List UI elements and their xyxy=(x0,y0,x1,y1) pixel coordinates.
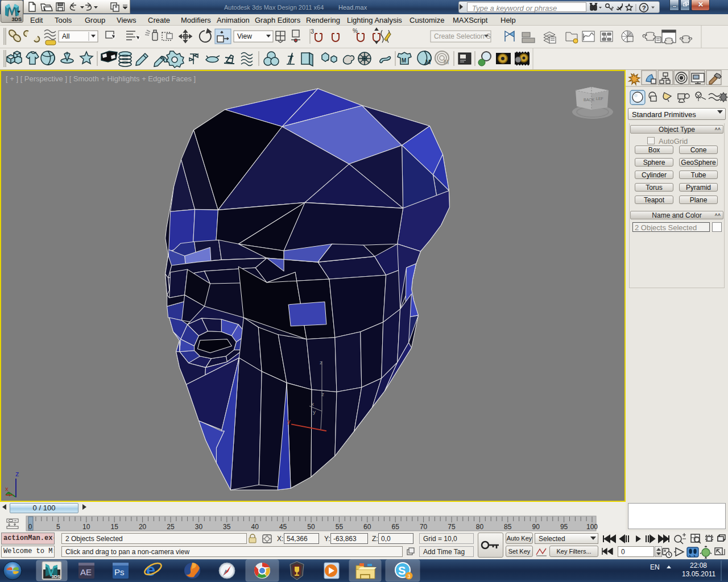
svg-text:40: 40 xyxy=(251,523,259,531)
svg-text:13.05.2011: 13.05.2011 xyxy=(682,570,715,578)
svg-text:85: 85 xyxy=(504,523,512,531)
svg-text:z: z xyxy=(321,391,324,397)
svg-text:5: 5 xyxy=(56,523,60,531)
svg-text:View: View xyxy=(237,32,252,40)
svg-text:22:08: 22:08 xyxy=(690,562,707,569)
svg-text:EN: EN xyxy=(650,563,660,571)
svg-text:M: M xyxy=(425,59,431,65)
svg-text:3: 3 xyxy=(408,573,411,579)
svg-text:80: 80 xyxy=(476,523,484,531)
svg-text:55: 55 xyxy=(336,523,344,531)
svg-text:25: 25 xyxy=(167,523,175,531)
svg-text:All: All xyxy=(62,32,69,40)
svg-text:M: M xyxy=(444,59,449,65)
svg-text:3DS: 3DS xyxy=(51,574,60,579)
svg-text:M: M xyxy=(402,57,406,64)
svg-text:60: 60 xyxy=(363,523,371,531)
svg-text:AE: AE xyxy=(80,567,92,577)
svg-text:20: 20 xyxy=(139,523,147,531)
svg-text:70: 70 xyxy=(420,523,428,531)
svg-text:y: y xyxy=(313,409,316,415)
svg-text:3: 3 xyxy=(311,28,314,35)
svg-text:15: 15 xyxy=(111,523,119,531)
svg-text:%: % xyxy=(353,28,358,34)
svg-text:100: 100 xyxy=(586,523,598,531)
svg-text:75: 75 xyxy=(448,523,456,531)
svg-text:Ps: Ps xyxy=(114,567,125,577)
svg-text:0: 0 xyxy=(28,523,32,531)
svg-text:?: ? xyxy=(642,5,646,11)
svg-text:90: 90 xyxy=(532,523,540,531)
svg-text:LEF: LEF xyxy=(596,97,603,101)
svg-text:45: 45 xyxy=(279,523,287,531)
svg-text:35: 35 xyxy=(223,523,231,531)
svg-text:x: x xyxy=(311,401,314,407)
svg-text:z: z xyxy=(320,359,322,365)
svg-text:95: 95 xyxy=(560,523,568,531)
svg-text:3DS: 3DS xyxy=(11,16,22,22)
svg-text:30: 30 xyxy=(195,523,203,531)
svg-text:BACK: BACK xyxy=(584,98,594,102)
svg-text:z: z xyxy=(15,469,19,478)
svg-text:S: S xyxy=(398,564,406,577)
svg-text:Create Selection S: Create Selection S xyxy=(434,32,491,40)
svg-text:65: 65 xyxy=(392,523,400,531)
svg-text:y: y xyxy=(287,418,291,425)
svg-text:10: 10 xyxy=(82,523,90,531)
svg-text:x: x xyxy=(5,485,9,492)
svg-text:50: 50 xyxy=(307,523,315,531)
